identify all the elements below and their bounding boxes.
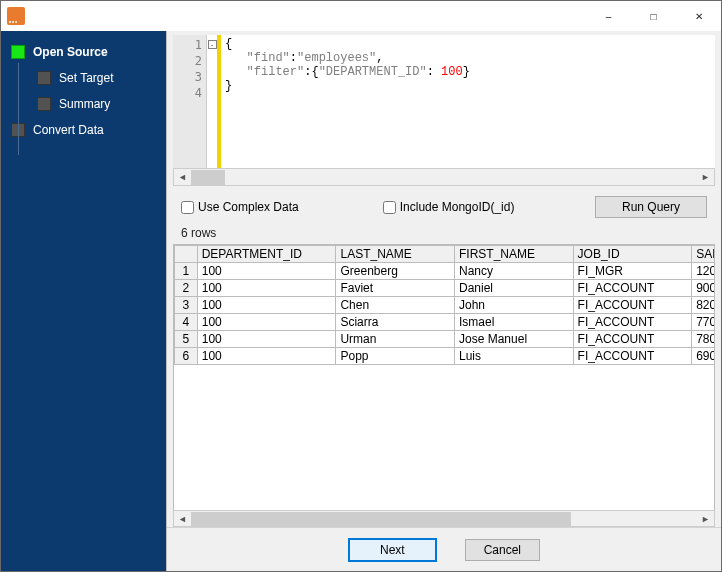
step-status-icon (37, 71, 51, 85)
cell[interactable]: 100 (197, 297, 336, 314)
scroll-thumb[interactable] (191, 170, 225, 185)
checkbox-input[interactable] (383, 201, 396, 214)
wizard-sidebar: Open Source Set Target Summary Convert D… (1, 31, 166, 571)
cell[interactable]: 100 (197, 280, 336, 297)
line-gutter: 1 2 3 4 (173, 35, 207, 168)
cell[interactable]: 7800 (692, 331, 714, 348)
checkbox-input[interactable] (181, 201, 194, 214)
checkbox-label: Include MongoID(_id) (400, 200, 515, 214)
table-row[interactable]: 1100GreenbergNancyFI_MGR12000NGREENBE1 (175, 263, 715, 280)
cell[interactable]: Ismael (455, 314, 574, 331)
row-header[interactable]: 5 (175, 331, 198, 348)
cell[interactable]: 100 (197, 263, 336, 280)
cell[interactable]: FI_ACCOUNT (573, 331, 692, 348)
options-row: Use Complex Data Include MongoID(_id) Ru… (167, 186, 721, 222)
column-header[interactable]: SALARY (692, 246, 714, 263)
column-header[interactable]: DEPARTMENT_ID (197, 246, 336, 263)
cell[interactable]: Popp (336, 348, 455, 365)
cell[interactable]: 7700 (692, 314, 714, 331)
use-complex-data-checkbox[interactable]: Use Complex Data (181, 200, 299, 214)
sidebar-item-convert-data[interactable]: Convert Data (1, 117, 166, 143)
column-header[interactable]: LAST_NAME (336, 246, 455, 263)
corner-cell (175, 246, 198, 263)
sidebar-item-label: Summary (59, 97, 110, 111)
minimize-button[interactable]: – (586, 1, 631, 31)
sidebar-item-label: Set Target (59, 71, 113, 85)
cell[interactable]: Jose Manuel (455, 331, 574, 348)
cell[interactable]: 100 (197, 348, 336, 365)
row-header[interactable]: 1 (175, 263, 198, 280)
next-button[interactable]: Next (348, 538, 437, 562)
cell[interactable]: 100 (197, 331, 336, 348)
scroll-right-icon[interactable]: ► (697, 170, 714, 185)
cell[interactable]: 9000 (692, 280, 714, 297)
grid-horizontal-scrollbar[interactable]: ◄ ► (173, 510, 715, 527)
close-button[interactable]: ✕ (676, 1, 721, 31)
cell[interactable]: Greenberg (336, 263, 455, 280)
maximize-button[interactable]: □ (631, 1, 676, 31)
column-header[interactable]: FIRST_NAME (455, 246, 574, 263)
sidebar-item-open-source[interactable]: Open Source (1, 39, 166, 65)
cell[interactable]: Nancy (455, 263, 574, 280)
table-row[interactable]: 6100PoppLuisFI_ACCOUNT6900LPOPP1 (175, 348, 715, 365)
editor-horizontal-scrollbar[interactable]: ◄ ► (173, 169, 715, 186)
scroll-thumb[interactable] (191, 512, 571, 527)
column-header[interactable]: JOB_ID (573, 246, 692, 263)
titlebar: – □ ✕ (1, 1, 721, 31)
cell[interactable]: FI_ACCOUNT (573, 314, 692, 331)
row-count-label: 6 rows (167, 222, 721, 244)
cell[interactable]: 6900 (692, 348, 714, 365)
fold-minus-icon[interactable]: - (208, 40, 217, 49)
sidebar-item-label: Convert Data (33, 123, 104, 137)
cell[interactable]: 8200 (692, 297, 714, 314)
cell[interactable]: 12000 (692, 263, 714, 280)
include-mongoid-checkbox[interactable]: Include MongoID(_id) (383, 200, 515, 214)
cancel-button[interactable]: Cancel (465, 539, 540, 561)
row-header[interactable]: 2 (175, 280, 198, 297)
scroll-left-icon[interactable]: ◄ (174, 170, 191, 185)
table-row[interactable]: 4100SciarraIsmaelFI_ACCOUNT7700ISCIARRA1 (175, 314, 715, 331)
cell[interactable]: FI_ACCOUNT (573, 280, 692, 297)
cell[interactable]: Urman (336, 331, 455, 348)
fold-column: - (207, 35, 221, 168)
step-status-icon (37, 97, 51, 111)
table-row[interactable]: 2100FavietDanielFI_ACCOUNT9000DFAVIET1 (175, 280, 715, 297)
cell[interactable]: FI_ACCOUNT (573, 348, 692, 365)
wizard-footer: Next Cancel (167, 527, 721, 571)
scroll-right-icon[interactable]: ► (697, 514, 714, 524)
sidebar-item-label: Open Source (33, 45, 108, 59)
query-editor[interactable]: 1 2 3 4 - { "find":"employees", "filter"… (173, 35, 715, 169)
run-query-button[interactable]: Run Query (595, 196, 707, 218)
row-header[interactable]: 3 (175, 297, 198, 314)
cell[interactable]: Chen (336, 297, 455, 314)
sidebar-item-summary[interactable]: Summary (1, 91, 166, 117)
table-row[interactable]: 3100ChenJohnFI_ACCOUNT8200JCHEN1 (175, 297, 715, 314)
cell[interactable]: FI_ACCOUNT (573, 297, 692, 314)
row-header[interactable]: 6 (175, 348, 198, 365)
table-row[interactable]: 5100UrmanJose ManuelFI_ACCOUNT7800JMURMA… (175, 331, 715, 348)
checkbox-label: Use Complex Data (198, 200, 299, 214)
scroll-left-icon[interactable]: ◄ (174, 514, 191, 524)
cell[interactable]: Faviet (336, 280, 455, 297)
cell[interactable]: John (455, 297, 574, 314)
content-area: 1 2 3 4 - { "find":"employees", "filter"… (166, 31, 721, 571)
cell[interactable]: FI_MGR (573, 263, 692, 280)
sidebar-item-set-target[interactable]: Set Target (1, 65, 166, 91)
cell[interactable]: 100 (197, 314, 336, 331)
cell[interactable]: Luis (455, 348, 574, 365)
results-grid[interactable]: DEPARTMENT_IDLAST_NAMEFIRST_NAMEJOB_IDSA… (173, 244, 715, 510)
step-status-icon (11, 45, 25, 59)
row-header[interactable]: 4 (175, 314, 198, 331)
app-window: – □ ✕ Open Source Set Target Summary Con… (0, 0, 722, 572)
code-text[interactable]: { "find":"employees", "filter":{"DEPARTM… (221, 35, 715, 168)
app-icon (7, 7, 25, 25)
cell[interactable]: Daniel (455, 280, 574, 297)
cell[interactable]: Sciarra (336, 314, 455, 331)
